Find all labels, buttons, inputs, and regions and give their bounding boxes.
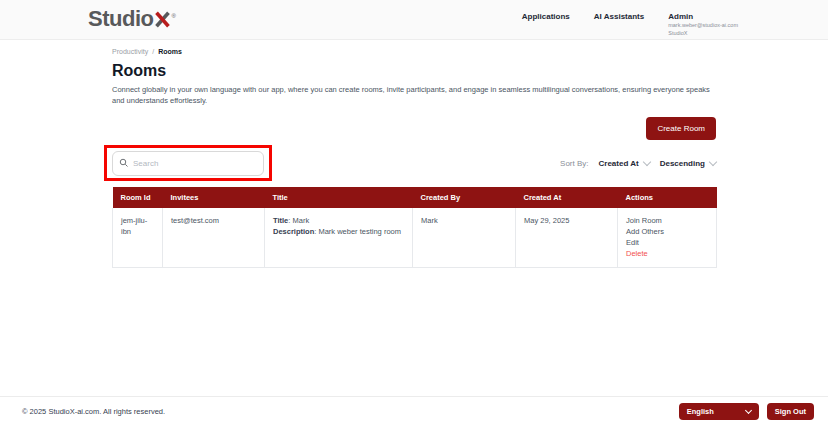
search-wrap — [112, 151, 264, 176]
description-label: Description — [273, 227, 314, 236]
cell-created-by: Mark — [413, 208, 516, 268]
language-select[interactable]: English — [679, 403, 759, 420]
header-created-at: Created At — [516, 187, 618, 208]
header-title: Title — [265, 187, 413, 208]
join-room-link[interactable]: Join Room — [626, 215, 708, 226]
cell-title: Title: Mark Description: Mark weber test… — [265, 208, 413, 268]
header-actions: Actions — [618, 187, 717, 208]
footer-actions: English Sign Out — [679, 403, 814, 420]
app-footer: © 2025 StudioX-ai.com. All rights reserv… — [0, 396, 828, 425]
page-description: Connect globally in your own language wi… — [112, 84, 716, 107]
user-name: Admin — [668, 12, 738, 22]
chevron-down-icon — [709, 158, 717, 166]
cell-invitees: test@test.com — [163, 208, 265, 268]
header-invitees: Invitees — [163, 187, 265, 208]
user-email: mark.weber@studiox-ai.com — [668, 22, 738, 29]
cell-actions: Join Room Add Others Edit Delete — [618, 208, 717, 268]
user-menu[interactable]: Admin mark.weber@studiox-ai.com StudioX — [668, 12, 738, 37]
registered-mark: ® — [171, 13, 175, 19]
studiox-logo[interactable]: Studio ® — [88, 0, 176, 32]
create-room-button[interactable]: Create Room — [646, 117, 716, 140]
header-room-id: Room Id — [113, 187, 163, 208]
sort-direction-dropdown[interactable]: Descending — [660, 159, 716, 168]
breadcrumb: Productivity / Rooms — [112, 48, 716, 55]
create-room-row: Create Room — [112, 117, 716, 140]
user-org: StudioX — [668, 30, 738, 37]
header-created-by: Created By — [413, 187, 516, 208]
language-value: English — [687, 407, 714, 416]
nav-item-ai-assistants[interactable]: AI Assistants — [594, 12, 644, 37]
logo-text: Studio — [88, 6, 153, 32]
search-icon — [119, 158, 129, 168]
cell-room-id: jem-jilu-ibn — [113, 208, 163, 268]
sort-field-dropdown[interactable]: Created At — [599, 159, 650, 168]
logo-x-icon — [154, 11, 171, 28]
cell-created-at: May 29, 2025 — [516, 208, 618, 268]
table-header-row: Room Id Invitees Title Created By Create… — [113, 187, 717, 208]
top-nav: Applications AI Assistants Admin mark.we… — [522, 0, 738, 37]
copyright-text: © 2025 StudioX-ai.com. All rights reserv… — [22, 407, 165, 416]
sort-by-label: Sort By: — [560, 159, 588, 168]
rooms-table: Room Id Invitees Title Created By Create… — [112, 187, 717, 268]
description-value: Mark weber testing room — [318, 227, 401, 236]
sort-controls: Sort By: Created At Descending — [560, 159, 716, 168]
sort-direction-value: Descending — [660, 159, 705, 168]
app-header: Studio ® Applications AI Assistants Admi… — [0, 0, 828, 40]
page-title: Rooms — [112, 62, 716, 80]
search-field-container — [112, 151, 264, 176]
title-label: Title — [273, 216, 288, 225]
search-input[interactable] — [112, 151, 264, 176]
sort-field-value: Created At — [599, 159, 639, 168]
nav-item-applications[interactable]: Applications — [522, 12, 570, 37]
delete-link[interactable]: Delete — [626, 248, 708, 259]
title-value: Mark — [292, 216, 309, 225]
breadcrumb-separator: / — [152, 48, 154, 55]
chevron-down-icon — [745, 406, 752, 413]
sign-out-button[interactable]: Sign Out — [767, 403, 814, 420]
table-row: jem-jilu-ibn test@test.com Title: Mark D… — [113, 208, 717, 268]
controls-row: Sort By: Created At Descending — [112, 150, 716, 178]
breadcrumb-productivity[interactable]: Productivity — [112, 48, 148, 55]
edit-link[interactable]: Edit — [626, 237, 708, 248]
main-content: Productivity / Rooms Rooms Connect globa… — [112, 48, 716, 268]
add-others-link[interactable]: Add Others — [626, 226, 708, 237]
breadcrumb-rooms[interactable]: Rooms — [158, 48, 182, 55]
chevron-down-icon — [642, 158, 650, 166]
